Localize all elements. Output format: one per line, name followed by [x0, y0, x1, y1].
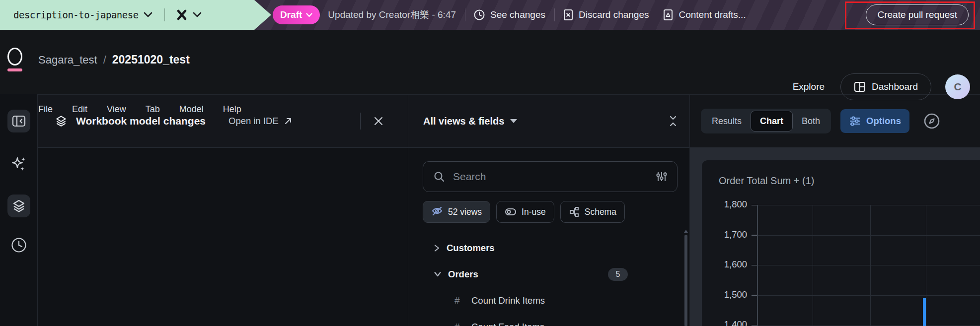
filter-sliders-icon[interactable]: [656, 171, 667, 183]
menu-model[interactable]: Model: [179, 104, 204, 115]
workspace: Workbook model changes Open in IDE All v…: [0, 94, 980, 326]
omni-logo[interactable]: [7, 48, 22, 71]
see-changes-label: See changes: [490, 9, 545, 20]
y-gridline: [757, 235, 980, 236]
options-label: Options: [866, 116, 901, 127]
left-icon-rail: [0, 94, 38, 326]
chip-in-use[interactable]: In-use: [496, 201, 554, 223]
ai-assistant-button[interactable]: [7, 153, 30, 176]
dashboard-icon: [854, 81, 866, 92]
dashboard-label: Dashboard: [872, 81, 918, 92]
x-gridline: [926, 205, 926, 326]
x-gridline: [813, 205, 813, 326]
fields-layers-button[interactable]: [7, 195, 30, 217]
chevron-down-icon[interactable]: [510, 119, 517, 123]
tab-chart[interactable]: Chart: [751, 111, 793, 131]
chip-views[interactable]: 52 views: [423, 201, 490, 223]
draft-status-badge[interactable]: Draft: [273, 5, 320, 24]
open-in-ide-link[interactable]: Open in IDE: [228, 116, 293, 127]
y-axis-line: [757, 205, 758, 326]
count-badge: 5: [608, 268, 628, 281]
menu-edit[interactable]: Edit: [72, 104, 87, 115]
y-gridline: [757, 265, 980, 265]
collapse-all-icon[interactable]: [669, 116, 678, 127]
menu-file[interactable]: File: [38, 104, 53, 115]
create-pull-request-button[interactable]: Create pull request: [866, 4, 969, 25]
logo-ring: [7, 48, 22, 65]
bar[interactable]: [923, 298, 926, 326]
schema-icon: [569, 206, 580, 217]
number-field-icon: #: [454, 295, 464, 306]
chip-schema[interactable]: Schema: [560, 201, 625, 223]
search-input[interactable]: Search: [423, 161, 678, 192]
chart-panel-content: Order Total Sum + (1) 1,8001,7001,6001,5…: [690, 148, 980, 326]
menu-view[interactable]: View: [107, 104, 126, 115]
discard-changes-button[interactable]: Discard changes: [563, 9, 649, 21]
chevron-right-icon[interactable]: [434, 244, 440, 252]
history-button[interactable]: [7, 234, 30, 257]
tab-results[interactable]: Results: [703, 111, 751, 131]
scrollbar-up-arrow[interactable]: [684, 230, 688, 233]
chart-panel-header: Results Chart Both Options: [690, 95, 980, 148]
close-icon[interactable]: [374, 116, 383, 126]
header-actions: Explore Dashboard C: [793, 73, 970, 101]
discard-changes-label: Discard changes: [579, 9, 649, 20]
divider: [465, 8, 465, 21]
collapse-panel-button[interactable]: [7, 110, 30, 132]
menu-help[interactable]: Help: [223, 104, 241, 115]
see-changes-button[interactable]: See changes: [473, 9, 545, 21]
avatar[interactable]: C: [945, 74, 970, 99]
y-gridline: [757, 325, 980, 326]
y-tick-mark: [752, 265, 757, 266]
toggle-icon: [505, 207, 517, 216]
fields-tree: Customers Orders 5 # Count Drink Items #…: [423, 235, 678, 326]
draft-label: Draft: [280, 9, 302, 20]
chevron-down-icon[interactable]: [434, 271, 442, 277]
create-pull-request-label: Create pull request: [877, 9, 957, 20]
y-tick-label: 1,700: [702, 229, 747, 240]
search-icon: [433, 171, 445, 183]
open-in-ide-label: Open in IDE: [228, 116, 279, 127]
y-tick-label: 1,400: [702, 319, 747, 326]
layers-icon: [11, 198, 26, 213]
workbook-model-changes-panel: Workbook model changes Open in IDE: [38, 94, 408, 326]
divider: [554, 8, 555, 21]
compass-icon: [923, 112, 941, 130]
tree-field-label: Count Drink Items: [471, 295, 545, 306]
content-drafts-button[interactable]: Content drafts...: [663, 9, 746, 21]
document-delta-icon: [663, 9, 674, 21]
number-field-icon: #: [454, 322, 464, 326]
breadcrumb-page-title[interactable]: 20251020_test: [112, 53, 190, 66]
tree-group-orders[interactable]: Orders 5: [423, 261, 678, 287]
breadcrumb-separator: /: [103, 54, 106, 66]
explore-link[interactable]: Explore: [793, 81, 825, 92]
scrollbar-thumb[interactable]: [684, 235, 687, 326]
document-x-icon: [563, 9, 574, 21]
compass-button[interactable]: [923, 112, 941, 130]
scrollbar[interactable]: [684, 230, 688, 326]
breadcrumb: Sagara_test / 20251020_test: [38, 53, 190, 66]
chart-card: Order Total Sum + (1) 1,8001,7001,6001,5…: [702, 160, 980, 326]
tree-field-count-food-items[interactable]: # Count Food Items: [423, 314, 678, 326]
collapse-panel-icon: [12, 115, 26, 127]
filter-chips: 52 views In-use Schema: [423, 201, 678, 223]
chip-schema-label: Schema: [585, 207, 616, 217]
tree-group-customers[interactable]: Customers: [423, 235, 678, 261]
tree-field-count-drink-items[interactable]: # Count Drink Items: [423, 287, 678, 314]
updated-by-text: Updated by Creator相樂 - 6:47: [328, 8, 456, 21]
divider: [360, 113, 361, 130]
options-button[interactable]: Options: [840, 109, 909, 133]
breadcrumb-workspace[interactable]: Sagara_test: [38, 54, 97, 66]
y-gridline: [757, 295, 980, 296]
y-tick-label: 1,800: [702, 199, 747, 210]
tab-both[interactable]: Both: [793, 111, 829, 131]
dashboard-button[interactable]: Dashboard: [840, 73, 931, 100]
sliders-horizontal-icon: [849, 116, 861, 127]
fields-scope-dropdown-label[interactable]: All views & fields: [423, 116, 504, 127]
chart-plot-area: 1,8001,7001,6001,5001,400: [702, 160, 980, 326]
layers-icon: [55, 115, 68, 128]
content-drafts-label: Content drafts...: [678, 9, 746, 20]
tree-group-label: Customers: [447, 243, 495, 254]
topbar-actions: Draft Updated by Creator相樂 - 6:47 See ch…: [0, 0, 980, 30]
menu-tab[interactable]: Tab: [146, 104, 160, 115]
